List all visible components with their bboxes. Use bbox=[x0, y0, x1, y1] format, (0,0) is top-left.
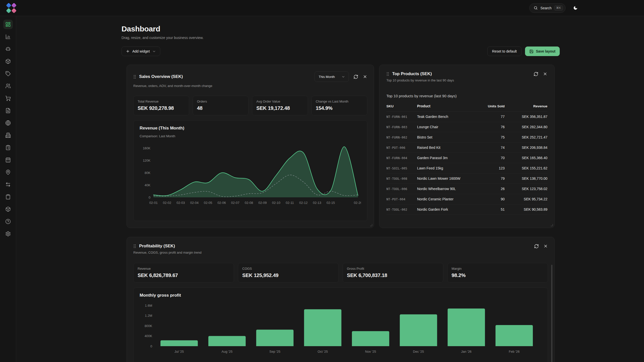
cell-product: Lounge Chair bbox=[417, 125, 474, 129]
sidebar-item-dashboard[interactable] bbox=[3, 20, 13, 29]
logo-diamond bbox=[11, 3, 16, 8]
cell-sku: NT-POT-004 bbox=[386, 197, 417, 201]
app-logo-icon[interactable] bbox=[6, 3, 16, 13]
svg-text:02-09: 02-09 bbox=[258, 201, 267, 205]
sidebar-item-notes[interactable] bbox=[3, 192, 13, 202]
globe-icon bbox=[5, 120, 11, 126]
search-label: Search bbox=[540, 6, 551, 10]
svg-text:Dec '25: Dec '25 bbox=[413, 350, 424, 353]
map-pin-icon bbox=[5, 169, 11, 175]
sidebar-item-calendar[interactable] bbox=[3, 155, 13, 165]
tag-icon bbox=[5, 71, 11, 76]
svg-text:120K: 120K bbox=[143, 159, 151, 162]
sidebar-item-assistant[interactable] bbox=[3, 44, 13, 54]
sidebar-item-tags[interactable] bbox=[3, 69, 13, 78]
cell-product: Nordic Lawn Mower 1600W bbox=[417, 176, 474, 180]
refresh-icon[interactable] bbox=[534, 72, 538, 76]
widget-scrollbar-thumb[interactable] bbox=[551, 265, 552, 362]
drag-handle-icon[interactable] bbox=[133, 244, 136, 248]
stat-label: Revenue bbox=[138, 267, 230, 270]
cell-sku: NT-TOOL-008 bbox=[386, 177, 417, 180]
svg-text:40K: 40K bbox=[145, 183, 150, 187]
sidebar-item-customers[interactable] bbox=[3, 81, 13, 91]
svg-text:02-10: 02-10 bbox=[272, 201, 280, 205]
resize-handle[interactable] bbox=[370, 224, 372, 226]
cell-units-sold: 74 bbox=[474, 146, 505, 150]
stat-avg-order-value: Avg Order Value SEK 19,172.48 bbox=[252, 96, 308, 115]
column-header-product: Product bbox=[417, 104, 474, 108]
svg-text:Feb '26: Feb '26 bbox=[509, 350, 519, 353]
cell-sku: NT-POT-006 bbox=[386, 146, 417, 150]
chevron-down-icon bbox=[341, 75, 345, 79]
package-icon bbox=[5, 59, 11, 64]
cell-sku: NT-FURN-004 bbox=[386, 156, 417, 160]
cell-units-sold: 123 bbox=[474, 166, 505, 170]
close-icon[interactable] bbox=[363, 74, 367, 79]
close-icon[interactable] bbox=[543, 72, 547, 76]
refresh-icon[interactable] bbox=[353, 74, 358, 79]
sidebar-item-products[interactable] bbox=[3, 57, 13, 66]
plus-icon bbox=[126, 49, 130, 53]
svg-text:0: 0 bbox=[150, 344, 152, 348]
svg-text:400K: 400K bbox=[145, 334, 152, 338]
period-select[interactable]: This Month bbox=[314, 71, 349, 82]
cell-revenue: SEK 356,351.87 bbox=[505, 115, 547, 119]
period-select-value: This Month bbox=[319, 75, 335, 79]
column-header-sku: SKU bbox=[386, 104, 417, 108]
sidebar-item-orders[interactable] bbox=[3, 94, 13, 103]
sidebar-item-locations[interactable] bbox=[3, 167, 13, 177]
chart-subtitle: Comparison: Last Month bbox=[140, 134, 361, 138]
logo-diamond bbox=[6, 3, 11, 8]
svg-text:Sep '25: Sep '25 bbox=[269, 350, 280, 353]
table-row: NT-TOOL-006Nordic Wheelbarrow 90L26SEK 1… bbox=[386, 184, 547, 194]
svg-text:02-04: 02-04 bbox=[190, 201, 198, 205]
building-icon bbox=[5, 132, 11, 138]
save-layout-button[interactable]: Save layout bbox=[525, 47, 560, 56]
cell-sku: NT-FURN-001 bbox=[386, 115, 417, 119]
stat-label: Total Revenue bbox=[138, 100, 185, 103]
cell-sku: NT-TOOL-002 bbox=[386, 208, 417, 211]
table-row: NT-TOOL-008Nordic Lawn Mower 1600W79SEK … bbox=[386, 173, 547, 184]
cell-product: Nordic Ceramic Planter bbox=[417, 197, 474, 201]
sidebar-item-transfers[interactable] bbox=[3, 180, 13, 189]
search-button[interactable]: Search ⌘K bbox=[529, 3, 566, 13]
gross-profit-chart-panel: Monthly gross profit 0400K800K1.2M1.6MJu… bbox=[133, 288, 548, 362]
drag-handle-icon[interactable] bbox=[133, 75, 136, 79]
sidebar-item-shipments[interactable] bbox=[3, 204, 13, 214]
add-widget-label: Add widget bbox=[132, 49, 150, 53]
add-widget-button[interactable]: Add widget bbox=[122, 47, 160, 56]
widget-subtitle: Revenue, COGS, gross profit and margin t… bbox=[133, 251, 548, 254]
reset-label: Reset to default bbox=[492, 49, 517, 53]
svg-text:160K: 160K bbox=[143, 146, 151, 150]
refresh-icon[interactable] bbox=[534, 244, 539, 249]
reset-to-default-button[interactable]: Reset to default bbox=[487, 47, 521, 56]
cart-icon bbox=[5, 96, 11, 101]
sidebar-item-analytics[interactable] bbox=[3, 32, 13, 41]
svg-text:02-06: 02-06 bbox=[217, 201, 226, 205]
stat-value: SEK 920,278.98 bbox=[138, 105, 185, 111]
svg-text:Nov '25: Nov '25 bbox=[365, 350, 376, 353]
stat-value: SEK 125,952.49 bbox=[242, 273, 334, 278]
sidebar-item-documents[interactable] bbox=[3, 106, 13, 115]
sidebar-item-settings[interactable] bbox=[3, 229, 13, 239]
sidebar-item-web[interactable] bbox=[3, 118, 13, 128]
svg-text:02-01: 02-01 bbox=[149, 201, 157, 205]
stat-revenue: Revenue SEK 6,826,789.67 bbox=[133, 263, 234, 283]
sidebar-item-company[interactable] bbox=[3, 130, 13, 140]
stat-value: 48 bbox=[197, 105, 244, 111]
theme-toggle-button[interactable] bbox=[571, 3, 580, 13]
drag-handle-icon[interactable] bbox=[386, 72, 389, 76]
cell-product: Nordic Garden Fork bbox=[417, 207, 474, 211]
sidebar-item-tasks[interactable] bbox=[3, 143, 13, 152]
dashboard-icon bbox=[5, 22, 11, 27]
sidebar-item-help[interactable] bbox=[3, 217, 13, 226]
stat-label: Avg Order Value bbox=[256, 100, 304, 103]
widget-top-products: Top Products (SEK) Top 10 products by re… bbox=[379, 65, 555, 228]
close-icon[interactable] bbox=[543, 244, 548, 248]
widget-title: Profitability (SEK) bbox=[139, 244, 175, 249]
file-text-icon bbox=[5, 108, 11, 113]
cell-product: Nordic Wheelbarrow 90L bbox=[417, 187, 474, 191]
resize-handle[interactable] bbox=[551, 224, 553, 226]
cell-revenue: SEK 138,770.00 bbox=[505, 176, 547, 180]
cell-revenue: SEK 282,344.80 bbox=[505, 125, 547, 129]
